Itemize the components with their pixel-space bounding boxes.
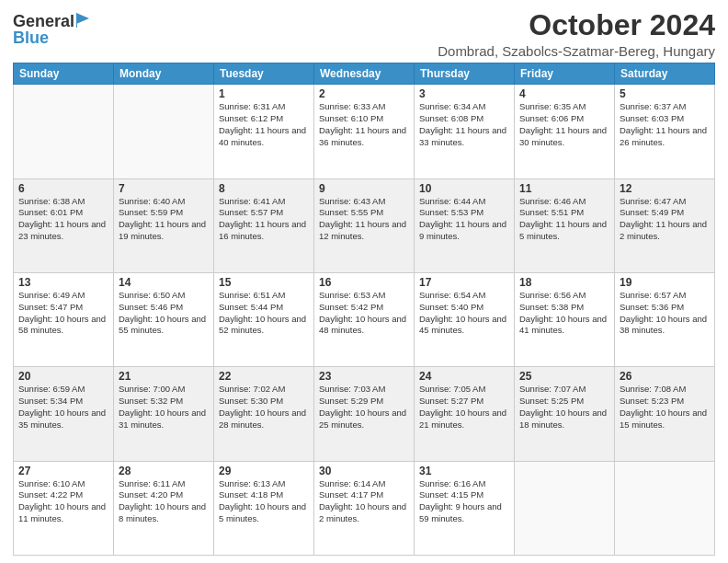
calendar-week-row: 6Sunrise: 6:38 AMSunset: 6:01 PMDaylight…: [14, 178, 715, 272]
day-number: 27: [18, 465, 108, 477]
table-row: 24Sunrise: 7:05 AMSunset: 5:27 PMDayligh…: [415, 367, 515, 461]
day-number: 15: [219, 276, 309, 289]
table-row: 18Sunrise: 6:56 AMSunset: 5:38 PMDayligh…: [515, 272, 615, 366]
logo: General Blue: [13, 13, 95, 46]
table-row: 1Sunrise: 6:31 AMSunset: 6:12 PMDaylight…: [214, 85, 314, 178]
table-row: 16Sunrise: 6:53 AMSunset: 5:42 PMDayligh…: [314, 272, 415, 366]
table-row: 11Sunrise: 6:46 AMSunset: 5:51 PMDayligh…: [515, 178, 615, 272]
table-row: 25Sunrise: 7:07 AMSunset: 5:25 PMDayligh…: [515, 367, 615, 461]
table-row: 29Sunrise: 6:13 AMSunset: 4:18 PMDayligh…: [214, 461, 314, 555]
logo-general-text: General: [13, 13, 74, 29]
day-number: 9: [319, 182, 409, 195]
table-row: 20Sunrise: 6:59 AMSunset: 5:34 PMDayligh…: [14, 367, 114, 461]
day-number: 4: [519, 87, 609, 100]
day-info: Sunrise: 6:13 AMSunset: 4:18 PMDaylight:…: [219, 478, 309, 525]
table-row: 13Sunrise: 6:49 AMSunset: 5:47 PMDayligh…: [14, 272, 114, 366]
header: General Blue October 2024 Dombrad, Szabo…: [13, 9, 715, 59]
table-row: 3Sunrise: 6:34 AMSunset: 6:08 PMDaylight…: [415, 85, 515, 178]
table-row: 21Sunrise: 7:00 AMSunset: 5:32 PMDayligh…: [114, 367, 214, 461]
day-number: 28: [119, 465, 209, 477]
table-row: 9Sunrise: 6:43 AMSunset: 5:55 PMDaylight…: [314, 178, 415, 272]
day-info: Sunrise: 6:57 AMSunset: 5:36 PMDaylight:…: [620, 290, 710, 337]
day-info: Sunrise: 6:37 AMSunset: 6:03 PMDaylight:…: [620, 101, 710, 148]
table-row: 31Sunrise: 6:16 AMSunset: 4:15 PMDayligh…: [415, 461, 515, 555]
day-number: 21: [119, 370, 209, 383]
table-row: 22Sunrise: 7:02 AMSunset: 5:30 PMDayligh…: [214, 367, 314, 461]
day-number: 8: [219, 182, 309, 195]
day-info: Sunrise: 6:31 AMSunset: 6:12 PMDaylight:…: [219, 101, 309, 148]
day-number: 6: [18, 182, 108, 195]
calendar-week-row: 20Sunrise: 6:59 AMSunset: 5:34 PMDayligh…: [14, 367, 715, 461]
day-info: Sunrise: 6:46 AMSunset: 5:51 PMDaylight:…: [519, 196, 609, 243]
day-number: 17: [419, 276, 509, 289]
day-info: Sunrise: 6:50 AMSunset: 5:46 PMDaylight:…: [119, 290, 209, 337]
table-row: 23Sunrise: 7:03 AMSunset: 5:29 PMDayligh…: [314, 367, 415, 461]
day-info: Sunrise: 6:54 AMSunset: 5:40 PMDaylight:…: [419, 290, 509, 337]
col-thursday: Thursday: [415, 63, 515, 85]
table-row: 5Sunrise: 6:37 AMSunset: 6:03 PMDaylight…: [615, 85, 715, 178]
table-row: 12Sunrise: 6:47 AMSunset: 5:49 PMDayligh…: [615, 178, 715, 272]
calendar-header-row: Sunday Monday Tuesday Wednesday Thursday…: [14, 63, 715, 85]
day-number: 22: [219, 370, 309, 383]
col-friday: Friday: [515, 63, 615, 85]
day-number: 19: [620, 276, 710, 289]
table-row: 28Sunrise: 6:11 AMSunset: 4:20 PMDayligh…: [114, 461, 214, 555]
day-info: Sunrise: 6:14 AMSunset: 4:17 PMDaylight:…: [319, 478, 409, 525]
day-info: Sunrise: 7:07 AMSunset: 5:25 PMDaylight:…: [519, 384, 609, 431]
day-info: Sunrise: 6:35 AMSunset: 6:06 PMDaylight:…: [519, 101, 609, 148]
logo-flag-icon: [76, 13, 95, 28]
day-info: Sunrise: 6:49 AMSunset: 5:47 PMDaylight:…: [18, 290, 108, 337]
day-info: Sunrise: 6:33 AMSunset: 6:10 PMDaylight:…: [319, 101, 409, 148]
table-row: 14Sunrise: 6:50 AMSunset: 5:46 PMDayligh…: [114, 272, 214, 366]
day-number: 29: [219, 465, 309, 477]
day-info: Sunrise: 6:16 AMSunset: 4:15 PMDaylight:…: [419, 478, 509, 525]
day-info: Sunrise: 6:43 AMSunset: 5:55 PMDaylight:…: [319, 196, 409, 243]
day-info: Sunrise: 6:47 AMSunset: 5:49 PMDaylight:…: [620, 196, 710, 243]
day-info: Sunrise: 7:08 AMSunset: 5:23 PMDaylight:…: [620, 384, 710, 431]
day-number: 3: [419, 87, 509, 100]
day-info: Sunrise: 7:03 AMSunset: 5:29 PMDaylight:…: [319, 384, 409, 431]
day-number: 2: [319, 87, 409, 100]
table-row: 10Sunrise: 6:44 AMSunset: 5:53 PMDayligh…: [415, 178, 515, 272]
col-saturday: Saturday: [615, 63, 715, 85]
table-row: 19Sunrise: 6:57 AMSunset: 5:36 PMDayligh…: [615, 272, 715, 366]
table-row: 17Sunrise: 6:54 AMSunset: 5:40 PMDayligh…: [415, 272, 515, 366]
table-row: 8Sunrise: 6:41 AMSunset: 5:57 PMDaylight…: [214, 178, 314, 272]
day-number: 30: [319, 465, 409, 477]
table-row: [515, 461, 615, 555]
day-number: 23: [319, 370, 409, 383]
table-row: [114, 85, 214, 178]
table-row: 4Sunrise: 6:35 AMSunset: 6:06 PMDaylight…: [515, 85, 615, 178]
day-number: 12: [620, 182, 710, 195]
table-row: 27Sunrise: 6:10 AMSunset: 4:22 PMDayligh…: [14, 461, 114, 555]
table-row: 15Sunrise: 6:51 AMSunset: 5:44 PMDayligh…: [214, 272, 314, 366]
day-info: Sunrise: 6:41 AMSunset: 5:57 PMDaylight:…: [219, 196, 309, 243]
logo-blue-text: Blue: [13, 29, 49, 46]
title-block: October 2024 Dombrad, Szabolcs-Szatmar-B…: [438, 9, 715, 59]
sub-title: Dombrad, Szabolcs-Szatmar-Bereg, Hungary: [438, 43, 715, 59]
day-number: 7: [119, 182, 209, 195]
day-info: Sunrise: 6:53 AMSunset: 5:42 PMDaylight:…: [319, 290, 409, 337]
col-tuesday: Tuesday: [214, 63, 314, 85]
day-number: 14: [119, 276, 209, 289]
day-info: Sunrise: 6:11 AMSunset: 4:20 PMDaylight:…: [119, 478, 209, 525]
day-info: Sunrise: 7:05 AMSunset: 5:27 PMDaylight:…: [419, 384, 509, 431]
table-row: 7Sunrise: 6:40 AMSunset: 5:59 PMDaylight…: [114, 178, 214, 272]
day-number: 13: [18, 276, 108, 289]
calendar-week-row: 27Sunrise: 6:10 AMSunset: 4:22 PMDayligh…: [14, 461, 715, 555]
day-info: Sunrise: 7:00 AMSunset: 5:32 PMDaylight:…: [119, 384, 209, 431]
main-title: October 2024: [438, 9, 715, 41]
day-info: Sunrise: 6:38 AMSunset: 6:01 PMDaylight:…: [18, 196, 108, 243]
day-number: 10: [419, 182, 509, 195]
day-number: 25: [519, 370, 609, 383]
day-number: 5: [620, 87, 710, 100]
day-info: Sunrise: 6:56 AMSunset: 5:38 PMDaylight:…: [519, 290, 609, 337]
day-number: 1: [219, 87, 309, 100]
day-number: 16: [319, 276, 409, 289]
page: General Blue October 2024 Dombrad, Szabo…: [0, 0, 728, 563]
svg-marker-0: [76, 13, 89, 24]
col-monday: Monday: [114, 63, 214, 85]
col-wednesday: Wednesday: [314, 63, 415, 85]
calendar-table: Sunday Monday Tuesday Wednesday Thursday…: [13, 63, 715, 556]
table-row: [14, 85, 114, 178]
